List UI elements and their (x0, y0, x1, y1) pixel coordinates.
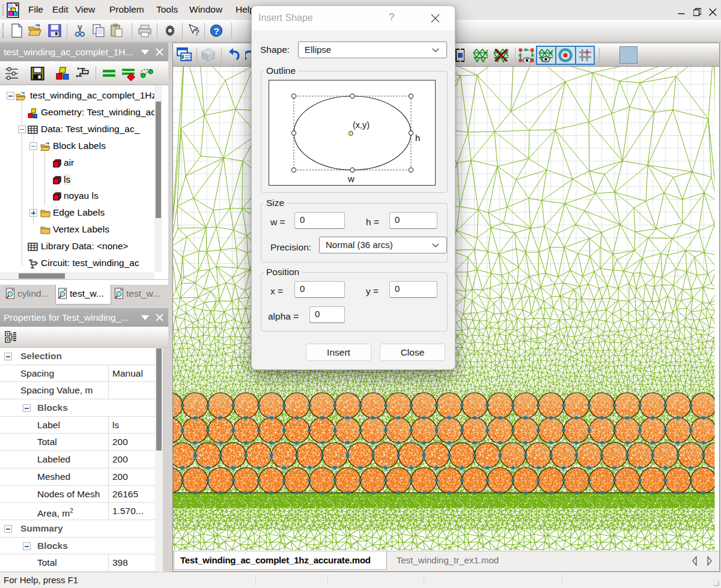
svg-text:(x,y): (x,y) (353, 120, 370, 130)
svg-text:h: h (415, 133, 420, 143)
svg-text:?: ? (194, 27, 199, 37)
svg-text:?: ? (214, 26, 219, 36)
svg-text:w: w (347, 174, 354, 184)
